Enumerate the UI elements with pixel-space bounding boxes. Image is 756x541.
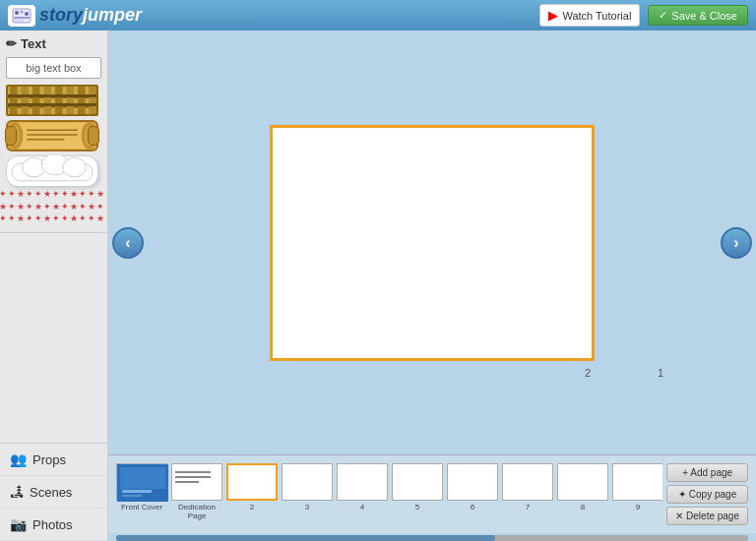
svg-rect-29 bbox=[120, 467, 165, 489]
thumb-item-page-6[interactable]: 6 bbox=[447, 463, 498, 520]
thumb-box-dedication bbox=[171, 463, 222, 501]
svg-point-3 bbox=[25, 12, 29, 16]
photos-label: Photos bbox=[32, 517, 72, 532]
thumb-label-page-9: 9 bbox=[612, 503, 662, 511]
youtube-icon: ▶ bbox=[548, 8, 558, 23]
page-number-right: 1 bbox=[658, 367, 663, 379]
svg-point-27 bbox=[63, 157, 86, 177]
thumb-item-page-5[interactable]: 5 bbox=[392, 463, 443, 520]
fence-sticker[interactable] bbox=[6, 85, 98, 116]
header: storyjumper ▶ Watch Tutorial ✓ Save & Cl… bbox=[0, 0, 756, 30]
right-arrow-icon: › bbox=[733, 234, 738, 252]
svg-rect-14 bbox=[78, 86, 86, 116]
svg-rect-10 bbox=[32, 86, 40, 116]
strip-scrollbar-thumb bbox=[116, 535, 495, 541]
thumb-label-dedication: Dedication Page bbox=[171, 503, 222, 520]
svg-rect-31 bbox=[122, 495, 142, 497]
svg-point-19 bbox=[11, 125, 21, 146]
sidebar-item-scenes[interactable]: 🏞 Scenes bbox=[0, 476, 107, 509]
sidebar-text-label: Text bbox=[21, 36, 46, 51]
header-right: ▶ Watch Tutorial ✓ Save & Close bbox=[539, 4, 748, 27]
watch-tutorial-label: Watch Tutorial bbox=[562, 10, 631, 22]
cloud-sticker[interactable] bbox=[6, 155, 98, 187]
scroll-sticker[interactable] bbox=[6, 120, 98, 151]
prev-page-button[interactable]: ‹ bbox=[112, 227, 144, 259]
save-close-label: Save & Close bbox=[671, 10, 737, 22]
thumb-label-page-8: 8 bbox=[557, 503, 608, 511]
sidebar-text-section: ✏ Text big text box bbox=[0, 30, 107, 233]
thumb-box-page-2 bbox=[226, 463, 278, 501]
svg-rect-4 bbox=[14, 17, 30, 19]
checkmark-icon: ✓ bbox=[659, 9, 667, 22]
thumb-label-page-6: 6 bbox=[447, 503, 498, 511]
thumb-item-page-2[interactable]: 2 bbox=[226, 463, 278, 520]
logo-text: storyjumper bbox=[39, 5, 142, 26]
svg-point-2 bbox=[21, 10, 24, 13]
thumb-label-page-5: 5 bbox=[392, 503, 443, 511]
add-page-button[interactable]: + Add page bbox=[666, 463, 748, 482]
svg-point-20 bbox=[85, 125, 94, 146]
thumb-item-page-8[interactable]: 8 bbox=[557, 463, 608, 520]
logo-story-text: story bbox=[39, 5, 83, 25]
page-canvas bbox=[270, 125, 595, 361]
thumbnail-strip: Front Cover Dedication Page bbox=[108, 454, 756, 533]
props-label: Props bbox=[32, 452, 66, 467]
thumb-box-page-8 bbox=[557, 463, 608, 501]
page-number-left: 2 bbox=[585, 367, 591, 379]
next-page-button[interactable]: › bbox=[721, 227, 752, 259]
left-arrow-icon: ‹ bbox=[125, 234, 130, 252]
save-close-button[interactable]: ✓ Save & Close bbox=[648, 5, 748, 26]
strip-scrollbar[interactable] bbox=[116, 535, 748, 541]
photos-icon: 📷 bbox=[10, 516, 27, 532]
svg-point-1 bbox=[15, 11, 19, 15]
thumb-box-page-6 bbox=[447, 463, 498, 501]
sidebar-item-photos[interactable]: 📷 Photos bbox=[0, 509, 107, 541]
logo-icon bbox=[8, 5, 35, 27]
logo: storyjumper bbox=[8, 5, 142, 27]
watch-tutorial-button[interactable]: ▶ Watch Tutorial bbox=[539, 4, 640, 27]
thumb-item-page-7[interactable]: 7 bbox=[502, 463, 553, 520]
sidebar-item-props[interactable]: 👥 Props bbox=[0, 444, 107, 476]
thumb-label-page-3: 3 bbox=[282, 503, 333, 511]
thumb-label-page-7: 7 bbox=[502, 503, 553, 511]
svg-rect-5 bbox=[14, 20, 24, 22]
svg-rect-8 bbox=[10, 86, 18, 116]
svg-rect-16 bbox=[16, 123, 90, 150]
svg-rect-9 bbox=[21, 86, 29, 116]
thumb-box-page-7 bbox=[502, 463, 553, 501]
svg-rect-13 bbox=[66, 86, 74, 116]
svg-rect-12 bbox=[55, 86, 63, 116]
thumb-box-page-5 bbox=[392, 463, 443, 501]
thumb-box-page-3 bbox=[282, 463, 333, 501]
thumb-item-page-9[interactable]: 9 bbox=[612, 463, 662, 520]
delete-page-button[interactable]: ✕ Delete page bbox=[666, 507, 748, 525]
stars-sticker[interactable]: ✦✦★✦✦★✦✦★✦✦★ ★✦★✦★✦★✦★✦★✦ ✦✦★✦✦★✦✦★✦✦★ bbox=[6, 191, 98, 222]
thumb-box-front-cover bbox=[116, 463, 167, 501]
scenes-label: Scenes bbox=[30, 485, 72, 500]
logo-jumper-text: jumper bbox=[83, 5, 142, 25]
copy-page-button[interactable]: ✦ Copy page bbox=[666, 485, 748, 504]
props-icon: 👥 bbox=[10, 451, 27, 467]
thumbnail-actions: + Add page ✦ Copy page ✕ Delete page bbox=[666, 463, 748, 525]
page-wrapper: 2 1 bbox=[270, 125, 595, 361]
svg-rect-15 bbox=[89, 86, 96, 116]
sidebar-bottom: 👥 Props 🏞 Scenes 📷 Photos bbox=[0, 443, 107, 541]
thumb-item-dedication[interactable]: Dedication Page bbox=[171, 463, 222, 520]
text-box-item[interactable]: big text box bbox=[6, 57, 101, 79]
sidebar: ✏ Text big text box bbox=[0, 30, 108, 541]
svg-rect-11 bbox=[43, 86, 51, 116]
sidebar-text-header: ✏ Text bbox=[6, 36, 101, 51]
svg-rect-30 bbox=[122, 490, 152, 493]
thumb-label-front-cover: Front Cover bbox=[116, 503, 167, 511]
canvas-area: ‹ 2 1 › bbox=[108, 30, 756, 454]
scenes-icon: 🏞 bbox=[10, 484, 24, 500]
content-area: ‹ 2 1 › bbox=[108, 30, 756, 541]
thumb-item-page-3[interactable]: 3 bbox=[282, 463, 333, 520]
thumb-box-page-4 bbox=[337, 463, 388, 501]
main-layout: ✏ Text big text box bbox=[0, 30, 756, 541]
thumb-item-page-4[interactable]: 4 bbox=[337, 463, 388, 520]
thumbnails-container: Front Cover Dedication Page bbox=[116, 463, 662, 520]
thumb-box-page-9 bbox=[612, 463, 662, 501]
thumb-item-front-cover[interactable]: Front Cover bbox=[116, 463, 167, 520]
thumb-label-page-4: 4 bbox=[337, 503, 388, 511]
